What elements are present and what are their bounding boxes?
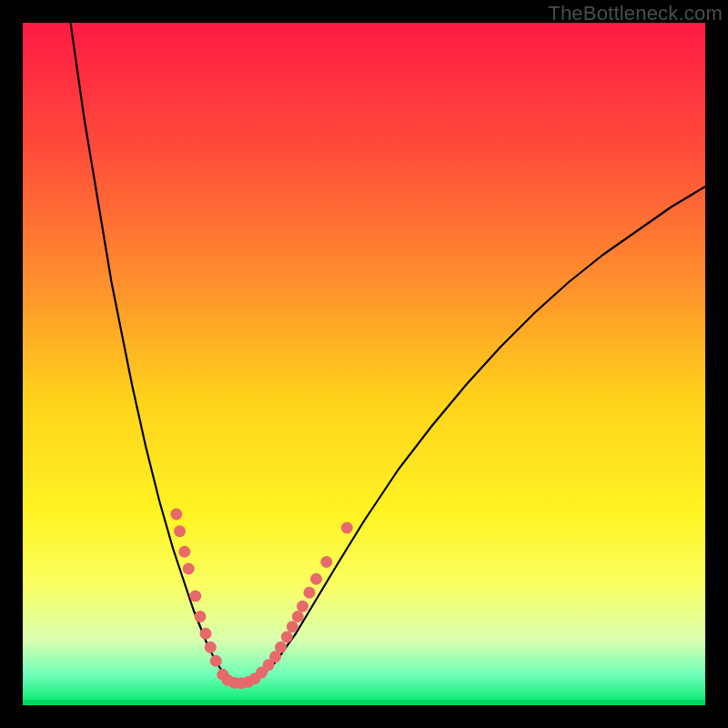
svg-point-9 [210, 655, 222, 667]
svg-point-7 [200, 628, 212, 640]
svg-point-21 [287, 621, 298, 632]
svg-point-23 [297, 601, 308, 612]
watermark-text: TheBottleneck.com [548, 2, 723, 25]
svg-point-3 [178, 546, 190, 558]
plot-area [23, 23, 705, 705]
svg-point-26 [320, 556, 332, 568]
svg-rect-0 [23, 23, 705, 705]
svg-point-24 [304, 587, 316, 599]
svg-point-1 [170, 509, 182, 521]
baseline-band [23, 700, 705, 705]
svg-point-27 [341, 522, 353, 534]
svg-point-4 [183, 563, 195, 575]
svg-point-25 [310, 573, 322, 585]
svg-point-5 [189, 591, 201, 602]
svg-point-6 [195, 611, 207, 622]
svg-point-20 [281, 632, 293, 643]
svg-point-19 [275, 642, 287, 653]
chart-svg [23, 23, 705, 705]
svg-point-22 [292, 611, 304, 622]
chart-frame: TheBottleneck.com [0, 0, 728, 728]
svg-point-2 [174, 525, 186, 537]
svg-point-8 [205, 642, 217, 653]
